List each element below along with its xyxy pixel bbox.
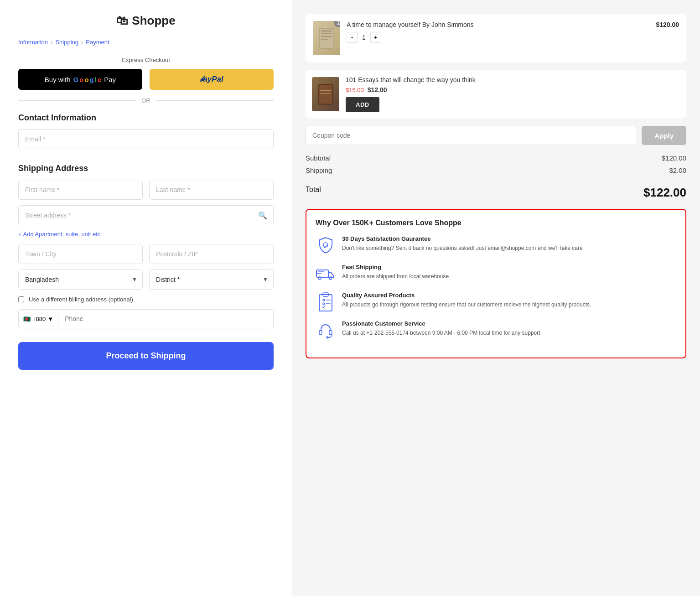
breadcrumb-shipping[interactable]: Shipping — [55, 39, 78, 46]
total-label: Total — [306, 186, 321, 200]
phone-field[interactable] — [58, 310, 273, 328]
trust-item-service: Passionate Customer Service Call us at +… — [316, 320, 676, 340]
upsell-new-price: $12.00 — [368, 86, 387, 93]
name-row — [18, 180, 274, 200]
trust-box: Why Over 150K+ Customers Love Shoppe 30 … — [306, 209, 686, 358]
billing-label: Use a different billing address (optiona… — [29, 296, 133, 303]
search-icon: 🔍 — [258, 211, 267, 220]
contact-info-title: Contact Information — [18, 113, 274, 123]
gpay-label: Buy with — [45, 76, 71, 83]
trust-item-3-title: Quality Assured Products — [342, 292, 591, 299]
headset-icon — [316, 320, 336, 340]
trust-item-4-desc: Call us at +1-202-555-0174 between 9:00 … — [342, 329, 540, 337]
breadcrumb-sep-1: › — [51, 39, 52, 46]
proceed-to-shipping-button[interactable]: Proceed to Shipping — [18, 342, 274, 370]
clipboard-icon — [316, 292, 336, 312]
first-name-field[interactable] — [18, 180, 143, 200]
trust-text-shipping: Fast Shipping All orders are shipped fro… — [342, 264, 449, 280]
total-amount: $122.00 — [643, 186, 686, 200]
pay-text: Pay — [104, 76, 116, 83]
breadcrumb-information[interactable]: Information — [18, 39, 48, 46]
subtotal-row: Subtotal $120.00 — [306, 154, 686, 162]
street-wrap: 🔍 — [18, 205, 274, 225]
subtotal-value: $120.00 — [662, 154, 686, 162]
trust-item-guarantee: 30 Days Satisfaction Gaurantee Don't lik… — [316, 235, 676, 255]
country-select[interactable]: Bangladesh India USA — [18, 269, 143, 290]
qty-increase-button[interactable]: + — [370, 32, 381, 43]
country-district-row: Bangladesh India USA ▼ District * ▼ — [18, 269, 274, 290]
district-select-wrap: District * ▼ — [149, 269, 274, 290]
trust-title: Why Over 150K+ Customers Love Shoppe — [316, 219, 676, 227]
qty-control: - 1 + — [347, 32, 649, 43]
trust-text-quality: Quality Assured Products All products go… — [342, 292, 591, 309]
shipping-row: Shipping $2.00 — [306, 166, 686, 174]
breadcrumb-payment[interactable]: Payment — [86, 39, 109, 46]
trust-item-4-title: Passionate Customer Service — [342, 320, 540, 327]
right-panel: 1 A time to manage yourself By John Simm… — [292, 0, 700, 596]
upsell-card: 101 Essays that will change the way you … — [306, 70, 686, 119]
phone-row: 🇧🇩 +880 ▼ — [18, 309, 274, 328]
trust-item-2-desc: All orders are shipped from local wareho… — [342, 272, 449, 280]
flag-icon: 🇧🇩 — [23, 316, 31, 322]
book-svg-2 — [317, 83, 334, 105]
shipping-title: Shipping Address — [18, 164, 274, 173]
google-icon: Google — [73, 76, 102, 83]
town-city-field[interactable] — [18, 244, 143, 264]
billing-checkbox[interactable] — [18, 296, 24, 302]
trust-item-2-title: Fast Shipping — [342, 264, 449, 270]
logo-icon: 🛍 — [116, 14, 128, 28]
apply-coupon-button[interactable]: Apply — [642, 126, 686, 145]
book-cover-2 — [312, 77, 339, 111]
svg-point-19 — [323, 303, 325, 305]
breadcrumb: Information › Shipping › Payment — [18, 39, 274, 46]
trust-item-3-desc: All products go through rigorous testing… — [342, 301, 591, 309]
phone-flag-selector[interactable]: 🇧🇩 +880 ▼ — [19, 310, 58, 328]
upsell-title: 101 Essays that will change the way you … — [346, 76, 680, 83]
svg-rect-6 — [319, 85, 332, 104]
upsell-image — [312, 77, 339, 111]
upsell-info: 101 Essays that will change the way you … — [346, 76, 680, 112]
billing-checkbox-row: Use a different billing address (optiona… — [18, 296, 274, 303]
logo: 🛍 Shoppe — [18, 14, 274, 28]
truck-icon — [316, 264, 336, 284]
trust-item-1-title: 30 Days Satisfaction Gaurantee — [342, 235, 583, 242]
breadcrumb-sep-2: › — [81, 39, 83, 46]
trust-item-1-desc: Don't like something? Sent it back no qu… — [342, 244, 583, 252]
qty-decrease-button[interactable]: - — [347, 32, 358, 43]
upsell-prices: $15.00 $12.00 — [346, 86, 680, 93]
last-name-field[interactable] — [149, 180, 274, 200]
cart-item-1-info: A time to manage yourself By John Simmon… — [347, 21, 649, 43]
gpay-button[interactable]: Buy with Google Pay — [18, 69, 142, 90]
paypal-button[interactable]: 𝒷ayPal — [150, 69, 274, 90]
express-buttons: Buy with Google Pay 𝒷ayPal — [18, 69, 274, 90]
city-postcode-row — [18, 244, 274, 264]
phone-chevron-icon: ▼ — [47, 316, 53, 322]
coupon-input[interactable] — [306, 126, 637, 145]
email-field[interactable] — [18, 129, 274, 149]
qty-value: 1 — [362, 34, 366, 41]
paypal-label: 𝒷ayPal — [200, 75, 223, 83]
trust-text-guarantee: 30 Days Satisfaction Gaurantee Don't lik… — [342, 235, 583, 252]
shipping-value: $2.00 — [669, 166, 686, 174]
upsell-old-price: $15.00 — [346, 87, 364, 93]
svg-rect-15 — [319, 295, 332, 311]
cart-item-1: 1 A time to manage yourself By John Simm… — [306, 14, 686, 62]
add-upsell-button[interactable]: ADD — [346, 97, 379, 112]
total-row: Total $122.00 — [306, 179, 686, 200]
or-divider: OR — [18, 97, 274, 104]
street-address-field[interactable] — [18, 205, 274, 225]
cart-item-1-image: 1 — [313, 21, 340, 55]
logo-area: 🛍 Shoppe — [18, 14, 274, 28]
district-select[interactable]: District * — [149, 269, 274, 290]
phone-code: +880 — [32, 316, 46, 322]
postcode-field[interactable] — [149, 244, 274, 264]
logo-text: Shoppe — [132, 14, 175, 28]
book-svg-1 — [318, 27, 335, 49]
country-select-wrap: Bangladesh India USA ▼ — [18, 269, 143, 290]
add-apartment-link[interactable]: + Add Apartment, suite, unit etc — [18, 231, 100, 238]
shield-guarantee-icon — [316, 235, 336, 255]
cart-item-1-price: $120.00 — [656, 21, 679, 28]
coupon-row: Apply — [306, 126, 686, 145]
or-label: OR — [141, 97, 150, 104]
shipping-label: Shipping — [306, 166, 332, 174]
